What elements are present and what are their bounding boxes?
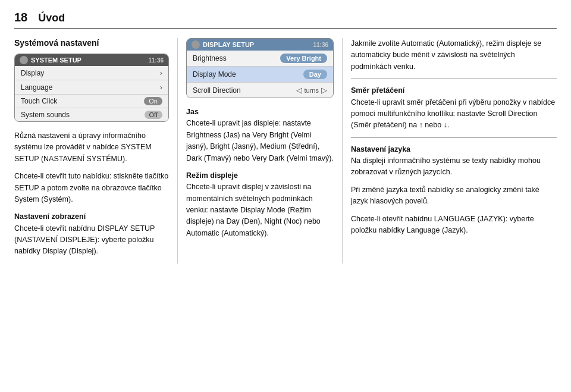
right-text-jakmile: Jakmile zvolíte Automatic (Automatický),… [351,38,557,73]
display-setup-header: DISPLAY SETUP 11:36 [187,39,333,51]
chevron-icon-2: › [160,83,162,92]
brightness-value: Very Bright [280,54,327,63]
chevron-icon: › [160,68,162,77]
systemsounds-value: Off [145,111,162,119]
display-row-mode[interactable]: Display Mode Day [187,67,333,83]
system-setup-box: SYSTEM SETUP 11:36 Display › Language › … [14,54,169,122]
header-left: SYSTEM SETUP [20,56,81,64]
divider-1 [351,79,557,79]
display-setup-box: DISPLAY SETUP 11:36 Brightness Very Brig… [186,38,334,98]
left-text-block-3: Nastavení zobrazení Chcete-li otevřít na… [14,211,169,258]
row-label-language: Language [21,83,52,92]
scroll-label: Scroll Direction [193,86,241,95]
left-text-2: Chcete-li otevřít tuto nabídku: stisknět… [14,172,168,203]
rezim-heading: Režim displeje [186,171,238,180]
left-text-block-1: Různá nastavení a úpravy informačního sy… [14,130,169,165]
mid-text-rezim: Režim displeje Chcete-li upravit displej… [186,170,334,239]
system-setup-header: SYSTEM SETUP 11:36 [15,54,168,66]
scroll-controls: ◁ turns ▷ [296,86,327,95]
displaymode-value: Day [303,70,327,79]
row-label-systemsounds: System sounds [21,111,70,119]
right-text-nastaveni3: Chcete-li otevřít nabídnu LANGUAGE (JAZY… [351,214,557,237]
page-title: Úvod [38,12,65,24]
jakmile-text: Jakmile zvolíte Automatic (Automatický),… [351,39,541,71]
right-text-nastaveni2: Při změně jazyka textů nabídky se analog… [351,184,557,208]
section-header-systémová: Systémová nastavení [14,38,169,48]
smer-heading: Směr přetáčení [351,86,404,95]
setup-icon [20,56,28,64]
smer-text: Chcete-li upravit směr přetáčení při výb… [351,98,555,130]
left-text-block-2: Chcete-li otevřít tuto nabídku: stisknět… [14,171,169,205]
page-header: 18 Úvod [14,11,557,29]
left-text-3: Chcete-li otevřít nabídnu DISPLAY SETUP … [14,224,155,256]
mid-text-jas: Jas Chcete-li upravit jas displeje: nast… [186,106,334,164]
row-label-display: Display [21,69,44,77]
right-text-nastaveni: Nastavení jazyka Na displeji informačníh… [351,144,557,178]
scroll-value: turns [305,87,319,94]
system-setup-label: SYSTEM SETUP [31,57,81,64]
setup-row-systemsounds[interactable]: System sounds Off [15,108,168,121]
nastaveni-jazyka-heading: Nastavení jazyka [351,145,410,153]
rezim-text: Chcete-li upravit displej v závislosti n… [186,183,321,237]
setup-row-touchclick[interactable]: Touch Click On [15,95,168,108]
right-text-smer: Směr přetáčení Chcete-li upravit směr př… [351,85,557,131]
display-row-brightness[interactable]: Brightness Very Bright [187,51,333,67]
page-number: 18 [14,11,27,24]
display-row-scroll[interactable]: Scroll Direction ◁ turns ▷ [187,83,333,98]
display-setup-time: 11:36 [313,42,328,48]
nastaveni-heading: Nastavení zobrazení [14,212,86,221]
mid-column: DISPLAY SETUP 11:36 Brightness Very Brig… [180,38,340,264]
arrow-left-icon: ◁ [296,86,302,95]
arrow-right-icon: ▷ [321,86,327,95]
jas-text: Chcete-li upravit jas displeje: nastavte… [186,119,334,162]
setup-row-language[interactable]: Language › [15,80,168,95]
touchclick-value: On [144,97,162,105]
nastaveni-text1: Na displeji informačního systému se text… [351,156,541,176]
nastaveni-text2: Při změně jazyka textů nabídky se analog… [351,186,539,205]
right-column: Jakmile zvolíte Automatic (Automatický),… [345,38,557,264]
main-content: Systémová nastavení SYSTEM SETUP 11:36 D… [14,38,557,264]
system-setup-time: 11:36 [148,57,164,64]
col-divider-2 [342,38,343,264]
col-divider-1 [177,38,178,264]
left-column: Systémová nastavení SYSTEM SETUP 11:36 D… [14,38,175,264]
brightness-label: Brightness [193,54,227,62]
jas-heading: Jas [186,108,199,116]
nastaveni-text3: Chcete-li otevřít nabídnu LANGUAGE (JAZY… [351,215,534,234]
display-setup-label: DISPLAY SETUP [203,41,254,48]
display-header-left: DISPLAY SETUP [192,40,254,49]
displaymode-label: Display Mode [193,70,236,79]
display-icon [192,40,200,49]
row-label-touchclick: Touch Click [21,97,57,105]
setup-row-display[interactable]: Display › [15,66,168,80]
divider-2 [351,137,557,138]
left-text-1: Různá nastavení a úpravy informačního sy… [14,131,152,163]
